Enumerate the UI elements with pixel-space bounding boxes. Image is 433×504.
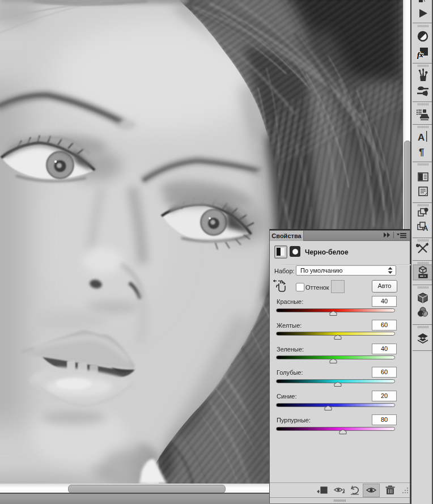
svg-text:A: A bbox=[418, 132, 424, 143]
svg-text:fx: fx bbox=[417, 50, 423, 59]
svg-text:A: A bbox=[423, 224, 428, 232]
svg-text:¶: ¶ bbox=[419, 147, 424, 158]
